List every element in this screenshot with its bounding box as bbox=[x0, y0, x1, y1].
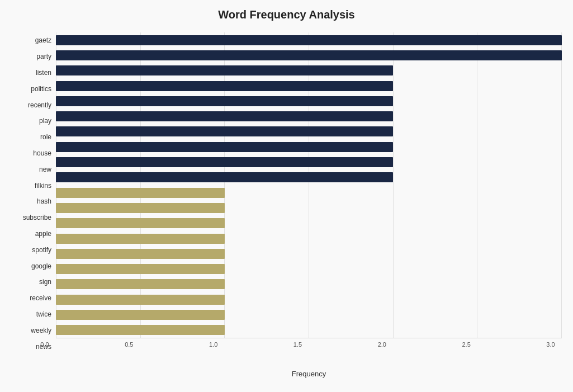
bar-row bbox=[56, 202, 562, 214]
y-labels: gaetzpartylistenpoliticsrecentlyplayrole… bbox=[11, 32, 56, 355]
bar-row bbox=[56, 278, 562, 290]
bar bbox=[56, 203, 225, 213]
bar-row bbox=[56, 171, 562, 183]
chart-area: gaetzpartylistenpoliticsrecentlyplayrole… bbox=[11, 32, 562, 355]
bar bbox=[56, 188, 225, 198]
chart-container: Word Frequency Analysis gaetzpartylisten… bbox=[0, 0, 573, 392]
bar bbox=[56, 50, 562, 60]
bar bbox=[56, 157, 393, 167]
bar bbox=[56, 295, 225, 305]
bar-row bbox=[56, 263, 562, 275]
bar-row bbox=[56, 187, 562, 199]
y-label: house bbox=[11, 150, 51, 157]
y-label: apple bbox=[11, 230, 51, 237]
y-label: filkins bbox=[11, 182, 51, 189]
bar bbox=[56, 234, 225, 244]
bar bbox=[56, 65, 393, 75]
bar-row bbox=[56, 49, 562, 62]
bar-row bbox=[56, 110, 562, 122]
bar bbox=[56, 111, 393, 121]
bar-row bbox=[56, 294, 562, 306]
bar bbox=[56, 310, 225, 320]
bar bbox=[56, 96, 393, 106]
bar bbox=[56, 35, 562, 45]
y-label: subscribe bbox=[11, 214, 51, 221]
y-label: receive bbox=[11, 295, 51, 301]
chart-title: Word Frequency Analysis bbox=[11, 8, 562, 21]
bar-row bbox=[56, 217, 562, 229]
bar-row bbox=[56, 233, 562, 245]
bar-row bbox=[56, 324, 562, 336]
y-label: google bbox=[11, 263, 51, 270]
bar-row bbox=[56, 309, 562, 321]
y-label: sign bbox=[11, 278, 51, 285]
bar-row bbox=[56, 95, 562, 107]
y-label: new bbox=[11, 166, 51, 173]
y-label: weekly bbox=[11, 327, 51, 334]
y-label: gaetz bbox=[11, 37, 51, 44]
bar bbox=[56, 279, 225, 289]
bar-row bbox=[56, 248, 562, 260]
bars-and-grid: 0.00.51.01.52.02.53.0 Frequency bbox=[56, 32, 562, 355]
x-axis-label: Frequency bbox=[292, 370, 326, 378]
y-label: play bbox=[11, 117, 51, 124]
bar-row bbox=[56, 80, 562, 92]
bar bbox=[56, 81, 393, 91]
bar-row bbox=[56, 125, 562, 138]
bar bbox=[56, 142, 393, 152]
bar bbox=[56, 218, 225, 228]
y-label: politics bbox=[11, 86, 51, 92]
y-label: role bbox=[11, 134, 51, 140]
y-label: recently bbox=[11, 102, 51, 108]
y-label: spotify bbox=[11, 247, 51, 253]
bar-row bbox=[56, 141, 562, 153]
bar-row bbox=[56, 156, 562, 168]
x-tick: 0.0 bbox=[34, 341, 56, 348]
bars-wrapper bbox=[56, 32, 562, 355]
y-label: party bbox=[11, 53, 51, 60]
bar bbox=[56, 126, 393, 136]
bar bbox=[56, 325, 225, 335]
bar bbox=[56, 172, 393, 182]
y-label: hash bbox=[11, 198, 51, 205]
bar bbox=[56, 264, 225, 274]
bar bbox=[56, 249, 225, 259]
bar-row bbox=[56, 64, 562, 77]
bar-row bbox=[56, 34, 562, 46]
y-label: listen bbox=[11, 69, 51, 76]
y-label: twice bbox=[11, 311, 51, 318]
